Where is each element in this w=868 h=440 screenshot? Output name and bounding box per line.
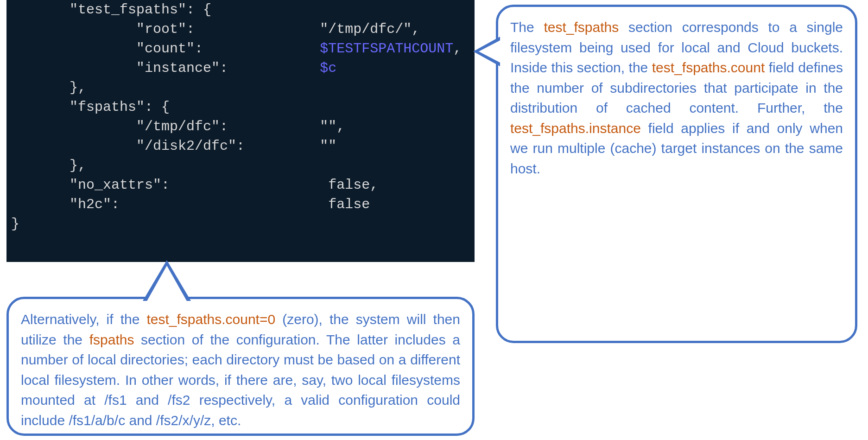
code-line: "test_fspaths": { [11, 2, 211, 18]
code-val-root: "/tmp/dfc/", [320, 21, 420, 37]
code-key-noxattrs: "no_xattrs": [11, 177, 170, 193]
code-line: }, [11, 80, 86, 96]
code-val-false1: false, [328, 177, 378, 193]
code-val-empty2: "" [320, 138, 336, 154]
txt: Alternatively, if the [21, 312, 146, 327]
txt: The [510, 19, 544, 35]
code-var-c: $c [320, 60, 336, 76]
highlight-test-fspaths-count: test_fspaths.count [652, 60, 765, 75]
highlight-test-fspaths: test_fspaths [544, 19, 619, 35]
code-val-empty1: "", [320, 119, 345, 134]
code-comma: , [453, 41, 462, 57]
document-canvas: "test_fspaths": { "root": "/tmp/dfc/", "… [0, 0, 868, 440]
code-val-false2: false [328, 197, 370, 212]
callout-text: The test_fspaths section corresponds to … [510, 17, 843, 179]
highlight-count-zero: test_fspaths.count=0 [146, 312, 275, 327]
code-line: } [11, 216, 19, 232]
highlight-fspaths: fspaths [89, 332, 134, 347]
callout-test-fspaths: The test_fspaths section corresponds to … [496, 5, 857, 343]
callout-text: Alternatively, if the test_fspaths.count… [21, 309, 460, 430]
code-line: }, [11, 158, 86, 173]
code-key-tmpdfc: "/tmp/dfc": [11, 119, 228, 134]
highlight-test-fspaths-instance: test_fspaths.instance [510, 121, 641, 136]
code-key-disk2dfc: "/disk2/dfc": [11, 138, 245, 154]
code-key-count: "count": [11, 41, 203, 57]
config-code-block: "test_fspaths": { "root": "/tmp/dfc/", "… [6, 0, 475, 262]
callout-fspaths: Alternatively, if the test_fspaths.count… [6, 297, 475, 436]
code-var-testfspathcount: $TESTFSPATHCOUNT [320, 41, 453, 57]
code-key-h2c: "h2c": [11, 197, 120, 212]
code-key-root: "root": [11, 21, 195, 37]
code-key-instance: "instance": [11, 60, 228, 76]
code-line: "fspaths": { [11, 99, 170, 115]
